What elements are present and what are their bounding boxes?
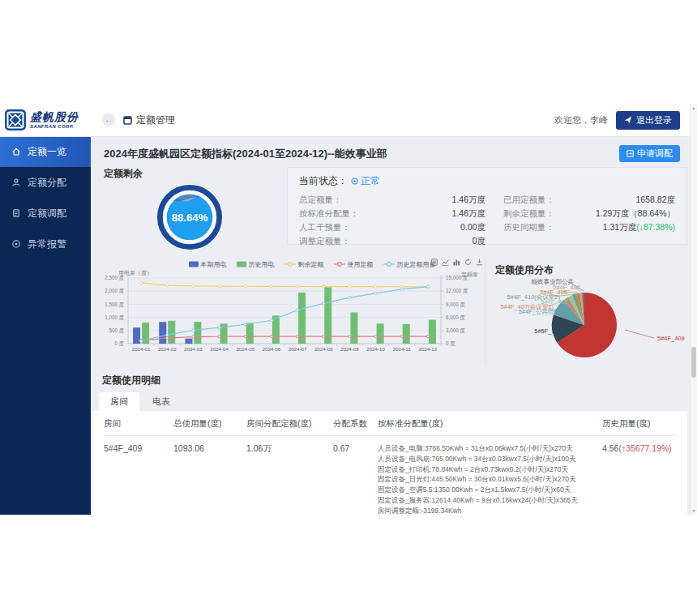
legend-marker: [383, 261, 395, 267]
apply-icon: [626, 150, 634, 157]
download-icon[interactable]: [476, 259, 483, 266]
stat-label: 按标准分配量：: [299, 208, 390, 220]
legend-marker: [284, 261, 296, 267]
stat-label: 总定额量：: [299, 195, 390, 206]
stat-value: 1658.82度: [588, 195, 675, 206]
paper-plane-icon: [624, 116, 632, 124]
tab-quota-management[interactable]: 定额管理: [123, 113, 175, 127]
bar-chart-icon[interactable]: [453, 259, 460, 266]
cell-history: 4.56(↑35677.19%): [602, 443, 676, 453]
stat-label: 调整定额量：: [299, 236, 390, 247]
svg-text:0 度: 0 度: [114, 340, 124, 347]
sidebar-item-3[interactable]: 定额调配: [0, 198, 91, 229]
back-button[interactable]: ←: [102, 113, 115, 126]
detail-tab-2[interactable]: 电表: [141, 392, 182, 411]
svg-text:2024-09: 2024-09: [340, 346, 359, 352]
sidebar-item-label: 异常报警: [28, 237, 66, 251]
apply-reallocation-button[interactable]: 申请调配: [619, 145, 680, 162]
detail-tabs: 房间电表: [92, 392, 687, 411]
stat-value: 0.00度: [390, 222, 485, 233]
legend-item[interactable]: 历史定额用量: [383, 260, 436, 269]
stat-label: [503, 236, 588, 247]
stat-value: 1.31万度(↓87.38%): [588, 222, 675, 233]
allocation-line: 固定设备_空调5.5:1350.00Kwh = 2台x1.5kwx7.5(小时/…: [378, 485, 602, 495]
column-header: 房间分配定额(度): [246, 418, 333, 430]
svg-text:2024-11: 2024-11: [393, 346, 412, 352]
scroll-up-icon[interactable]: ▲: [691, 105, 697, 110]
stat-value: [588, 236, 675, 247]
page-title: 2024年度盛帆园区定额指标(2024-01至2024-12)--能效事业部: [104, 147, 387, 161]
legend-marker: [189, 261, 199, 267]
quota-remaining-gauge: 88.64%: [155, 182, 224, 252]
svg-text:500 度: 500 度: [109, 327, 124, 334]
cell-coef: 0.67: [333, 443, 378, 453]
svg-text:6,000 度: 6,000 度: [446, 314, 465, 321]
logo-icon: [5, 109, 26, 130]
allocation-line: 房间调整定额:-3199.34Kwh: [378, 506, 602, 515]
svg-text:2024-04: 2024-04: [210, 346, 229, 352]
legend-item[interactable]: 使用定额: [334, 260, 374, 269]
cell-total: 1093.06: [173, 443, 246, 453]
line-chart-icon[interactable]: [442, 259, 449, 266]
sidebar-item-label: 定额一览: [28, 145, 66, 159]
home-icon: [11, 147, 21, 156]
bar-line-chart: 0 度0 度500 度3,000 度1,000 度6,000 度1,500 度9…: [91, 272, 485, 362]
restore-icon[interactable]: [464, 259, 472, 266]
legend-label: 历史用电: [249, 260, 275, 269]
svg-text:12,000 度: 12,000 度: [446, 288, 468, 294]
chart-legend: 本期用电历史用电剩余定额使用定额历史定额用量: [91, 259, 485, 270]
stat-label: 剩余定额量：: [503, 208, 588, 220]
sidebar-item-1[interactable]: 定额一览: [0, 136, 91, 167]
stat-value: 0度: [390, 236, 485, 247]
scrollbar-thumb[interactable]: [691, 347, 696, 378]
left-axis-title: 用电量（度）: [118, 269, 152, 277]
svg-text:9,000 度: 9,000 度: [446, 302, 465, 308]
legend-item[interactable]: 本期用电: [189, 260, 227, 269]
svg-text:2024-05: 2024-05: [236, 346, 254, 352]
status-normal-icon: [351, 178, 358, 185]
svg-text:2024-07: 2024-07: [289, 346, 307, 352]
module-tab-label: 定额管理: [136, 113, 175, 127]
sidebar-item-4[interactable]: 异常报警: [0, 229, 91, 259]
logout-button[interactable]: 退出登录: [616, 111, 680, 130]
cell-standard-allocation: 人员设备_电脑:3766.50Kwh = 31台x0.06kwx7.5(小时/天…: [378, 443, 602, 515]
pie-slice-label: 5#5F_510: [534, 328, 562, 335]
quota-remaining-title: 定额剩余: [104, 167, 276, 181]
allocation-line: 人员设备_电脑:3766.50Kwh = 31台x0.06kwx7.5(小时/天…: [378, 443, 602, 454]
svg-text:3,000 度: 3,000 度: [446, 327, 465, 334]
legend-item[interactable]: 历史用电: [237, 260, 275, 269]
svg-text:1,500 度: 1,500 度: [105, 302, 124, 308]
legend-marker: [237, 261, 246, 267]
vertical-scrollbar[interactable]: ▲ ▼: [690, 104, 697, 515]
logo-text-en: SANFRAN CORP.: [30, 124, 79, 129]
legend-label: 使用定额: [348, 260, 374, 269]
alarm-icon: [11, 239, 21, 249]
apply-button-label: 申请调配: [637, 148, 673, 160]
welcome-text: 欢迎您，李峰: [554, 114, 608, 126]
data-view-icon[interactable]: [431, 259, 438, 266]
legend-label: 剩余定额: [298, 260, 324, 269]
detail-tab-1[interactable]: 房间: [99, 392, 139, 411]
table-row: 5#4F_4091093.061.06万0.67人员设备_电脑:3766.50K…: [104, 436, 676, 515]
stat-value: 1.46万度: [390, 208, 485, 220]
legend-label: 本期用电: [201, 260, 227, 269]
sidebar-item-2[interactable]: 定额分配: [0, 167, 91, 198]
right-axis-title: 定额量: [461, 271, 478, 279]
detail-title: 定额使用明细: [92, 374, 687, 387]
svg-text:1,000 度: 1,000 度: [105, 314, 124, 321]
main-content: 2024年度盛帆园区定额指标(2024-01至2024-12)--能效事业部 申…: [91, 136, 690, 515]
sidebar: 定额一览定额分配定额调配异常报警: [0, 136, 91, 515]
column-header: 按标准分配量(度): [378, 418, 602, 430]
legend-item[interactable]: 剩余定额: [284, 260, 324, 269]
table-header-row: 房间总使用量(度)房间分配定额(度)分配系数按标准分配量(度)历史用量(度): [104, 411, 676, 436]
column-header: 总使用量(度): [173, 418, 246, 430]
user-icon: [11, 178, 21, 187]
legend-label: 历史定额用量: [397, 260, 436, 269]
scroll-down-icon[interactable]: ▼: [691, 508, 697, 513]
gauge-percent-text: 88.64%: [172, 212, 208, 224]
cell-quota: 1.06万: [246, 443, 333, 455]
allocation-line: 固定设备_日光灯:445.50Kwh = 30台x0.01kwx5.5(小时/天…: [378, 474, 602, 485]
distribution-pie-chart[interactable]: [485, 270, 682, 366]
allocation-line: 人员设备_电风扇:765.00Kwh = 34台x0.03kwx7.5(小时/天…: [378, 454, 602, 464]
app-window: 盛帆股份 SANFRAN CORP. ← 定额管理 欢迎您，李峰 退出登录: [0, 104, 691, 515]
